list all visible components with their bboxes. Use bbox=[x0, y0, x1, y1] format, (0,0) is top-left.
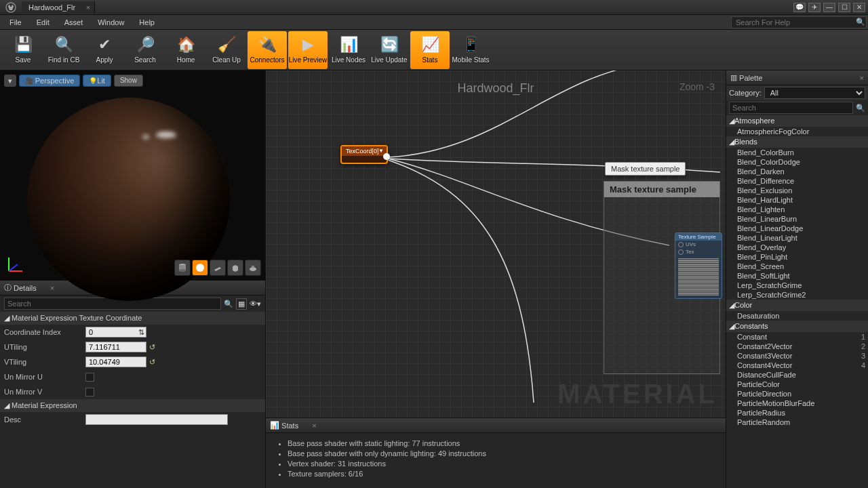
close-panel-icon[interactable]: × bbox=[312, 422, 316, 430]
palette-item[interactable]: ParticleRandom bbox=[726, 418, 868, 427]
search-icon[interactable]: 🔍 bbox=[224, 300, 233, 308]
utiling-input[interactable] bbox=[85, 342, 146, 352]
shape-cube-button[interactable] bbox=[227, 260, 243, 276]
palette-category[interactable]: ◢Color bbox=[726, 300, 868, 311]
palette-item[interactable]: Blend_HardLight bbox=[726, 195, 868, 205]
shape-cylinder-button[interactable] bbox=[174, 260, 191, 276]
palette-item[interactable]: Blend_Exclusion bbox=[726, 186, 868, 195]
lit-button[interactable]: 💡Lit bbox=[83, 75, 111, 87]
unmirror-u-checkbox[interactable] bbox=[85, 373, 94, 382]
palette-item[interactable]: Desaturation bbox=[726, 311, 868, 321]
palette-category[interactable]: ◢Blends bbox=[726, 136, 868, 148]
desc-input[interactable] bbox=[85, 414, 228, 425]
palette-item[interactable]: Lerp_ScratchGrime bbox=[726, 281, 868, 290]
palette-item[interactable]: AtmosphericFogColor bbox=[726, 127, 868, 136]
tooltip: Mask texture sample bbox=[605, 162, 686, 176]
send-icon[interactable]: ✈ bbox=[808, 3, 821, 12]
help-search-input[interactable] bbox=[731, 16, 867, 28]
menu-asset[interactable]: Asset bbox=[58, 17, 90, 28]
output-pin[interactable] bbox=[383, 153, 390, 160]
vtiling-input[interactable] bbox=[85, 357, 146, 367]
viewport-options-dropdown[interactable]: ▾ bbox=[4, 75, 16, 87]
toolbar-stats-button[interactable]: 📈Stats bbox=[410, 31, 450, 69]
palette-item[interactable]: Blend_SoftLight bbox=[726, 271, 868, 281]
pin-uvs[interactable]: UVs bbox=[675, 241, 722, 248]
close-panel-icon[interactable]: × bbox=[860, 74, 864, 82]
toolbar-live-nodes-button[interactable]: 📊Live Nodes bbox=[329, 31, 368, 69]
category-select[interactable]: All bbox=[764, 87, 865, 99]
notification-icon[interactable]: 💬 bbox=[793, 3, 806, 12]
palette-list[interactable]: ◢AtmosphereAtmosphericFogColor◢BlendsBle… bbox=[726, 115, 868, 488]
reset-icon[interactable]: ↺ bbox=[149, 358, 157, 366]
palette-item[interactable]: ParticleDirection bbox=[726, 389, 868, 399]
matrix-view-icon[interactable]: ▦ bbox=[236, 298, 247, 310]
palette-item[interactable]: ParticleMotionBlurFade bbox=[726, 399, 868, 408]
palette-item[interactable]: Lerp_ScratchGrime2 bbox=[726, 290, 868, 300]
toolbar-icon: 🏠 bbox=[176, 36, 195, 55]
menu-window[interactable]: Window bbox=[91, 17, 131, 28]
toolbar-find-in-cb-button[interactable]: 🔍Find in CB bbox=[44, 31, 83, 69]
coord-index-input[interactable] bbox=[85, 327, 146, 338]
toolbar-live-preview-button[interactable]: ▶Live Preview bbox=[288, 31, 328, 69]
menu-edit[interactable]: Edit bbox=[30, 17, 56, 28]
material-graph[interactable]: Hardwood_Flr Zoom -3 MATERIAL TexCoord[0… bbox=[266, 70, 726, 418]
palette-item[interactable]: Constant2Vector2 bbox=[726, 342, 868, 351]
palette-item[interactable]: DistanceCullFade bbox=[726, 370, 868, 380]
palette-category[interactable]: ◢Atmosphere bbox=[726, 115, 868, 127]
perspective-button[interactable]: 🎥 Perspective bbox=[19, 75, 80, 87]
node-texture-sample[interactable]: Texture Sample UVs Tex bbox=[675, 232, 722, 299]
palette-item[interactable]: Blend_ColorBurn bbox=[726, 148, 868, 157]
close-button[interactable]: ✕ bbox=[853, 3, 865, 12]
toolbar-label: Home bbox=[177, 56, 195, 64]
eye-icon[interactable]: 👁▾ bbox=[250, 300, 261, 308]
pin-tex[interactable]: Tex bbox=[675, 248, 722, 256]
toolbar-apply-button[interactable]: ✔Apply bbox=[85, 31, 124, 69]
palette-item[interactable]: ParticleColor bbox=[726, 380, 868, 389]
toolbar-save-button[interactable]: 💾Save bbox=[3, 31, 43, 69]
palette-item[interactable]: Blend_PinLight bbox=[726, 252, 868, 262]
toolbar-connectors-button[interactable]: 🔌Connectors bbox=[248, 31, 287, 69]
spinner-icon[interactable]: ⇅ bbox=[138, 328, 144, 337]
palette-item[interactable]: ParticleRadius bbox=[726, 408, 868, 418]
palette-item[interactable]: Blend_LinearDodge bbox=[726, 224, 868, 233]
section-texcoord[interactable]: ◢ Material Expression Texture Coordinate bbox=[0, 312, 265, 325]
shape-plane-button[interactable] bbox=[210, 260, 226, 276]
palette-item[interactable]: Blend_LinearBurn bbox=[726, 214, 868, 224]
palette-category[interactable]: ◢Constants bbox=[726, 321, 868, 332]
comment-box[interactable]: Mask texture sample Texture Sample UVs T… bbox=[604, 181, 720, 374]
palette-item[interactable]: Constant3Vector3 bbox=[726, 351, 868, 361]
palette-item[interactable]: Blend_Overlay bbox=[726, 243, 868, 252]
palette-item[interactable]: Constant1 bbox=[726, 332, 868, 342]
toolbar-mobile-stats-button[interactable]: 📱Mobile Stats bbox=[451, 31, 490, 69]
close-panel-icon[interactable]: × bbox=[50, 284, 54, 292]
menu-help[interactable]: Help bbox=[132, 17, 161, 28]
palette-item[interactable]: Blend_Difference bbox=[726, 176, 868, 186]
unmirror-v-checkbox[interactable] bbox=[85, 388, 94, 396]
toolbar-icon: ▶ bbox=[298, 36, 317, 55]
stats-panel: 📊 Stats × Base pass shader with static l… bbox=[266, 418, 726, 488]
palette-item[interactable]: Blend_ColorDodge bbox=[726, 157, 868, 167]
palette-item[interactable]: Blend_Lighten bbox=[726, 205, 868, 214]
palette-search-input[interactable] bbox=[729, 102, 853, 114]
material-preview-viewport[interactable]: ▾ 🎥 Perspective 💡Lit Show bbox=[0, 70, 265, 281]
toolbar-search-button[interactable]: 🔎Search bbox=[125, 31, 165, 69]
show-button[interactable]: Show bbox=[114, 75, 143, 87]
node-texcoord[interactable]: TexCoord[0] bbox=[340, 145, 388, 164]
minimize-button[interactable]: — bbox=[823, 3, 835, 12]
toolbar-live-update-button[interactable]: 🔄Live Update bbox=[370, 31, 409, 69]
shape-sphere-button[interactable] bbox=[192, 260, 208, 276]
section-matexpr[interactable]: ◢ Material Expression bbox=[0, 399, 265, 412]
menu-file[interactable]: File bbox=[3, 17, 28, 28]
maximize-button[interactable]: ☐ bbox=[838, 3, 850, 12]
document-tab[interactable]: Hardwood_Flr × bbox=[22, 1, 95, 14]
toolbar-clean-up-button[interactable]: 🧹Clean Up bbox=[207, 31, 246, 69]
reset-icon[interactable]: ↺ bbox=[149, 343, 157, 351]
search-icon[interactable]: 🔍 bbox=[856, 104, 865, 113]
shape-teapot-button[interactable] bbox=[245, 260, 261, 276]
toolbar-home-button[interactable]: 🏠Home bbox=[166, 31, 205, 69]
palette-item[interactable]: Blend_LinearLight bbox=[726, 233, 868, 243]
close-tab-icon[interactable]: × bbox=[86, 3, 90, 12]
palette-item[interactable]: Blend_Darken bbox=[726, 167, 868, 176]
palette-item[interactable]: Constant4Vector4 bbox=[726, 361, 868, 370]
palette-item[interactable]: Blend_Screen bbox=[726, 262, 868, 271]
